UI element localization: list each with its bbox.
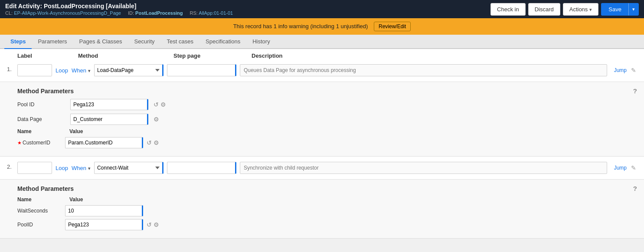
step-2-method-params: Method Parameters ? Name Value WaitSecon… — [0, 180, 644, 239]
step-1-when-link[interactable]: When — [72, 67, 86, 74]
step-2-label-input[interactable] — [17, 162, 52, 174]
step-1-number: 1. — [7, 64, 17, 72]
step-1-name-col-header: Name — [17, 128, 69, 134]
id-value: PostLoadProcessing — [135, 10, 183, 16]
main-content: Label Method Step page Description 1. Lo… — [0, 49, 644, 239]
step-1-customerid-name: ★ CustomerID — [17, 140, 65, 146]
step-2-edit-icon[interactable]: ✎ — [630, 164, 637, 171]
tab-history[interactable]: History — [246, 35, 276, 49]
step-1-desc-input[interactable] — [240, 64, 607, 76]
tab-bar: Steps Parameters Pages & Classes Securit… — [0, 35, 644, 49]
step-1-page-input[interactable] — [167, 64, 236, 76]
step-page-col-header: Step page — [173, 52, 243, 59]
step-1-value-col-header: Value — [69, 128, 83, 134]
step-2-controls: Loop When Connect-Wait Jump ✎ — [17, 162, 637, 174]
page-title: Edit Activity: PostLoadProcessing [Avail… — [5, 3, 233, 10]
step-1-pool-id-input[interactable] — [70, 99, 148, 110]
step-2-loop-link[interactable]: Loop — [56, 165, 68, 171]
header-right: Check in Discard Actions Save ▾ — [490, 3, 639, 16]
step-1-data-page-input[interactable] — [70, 114, 148, 125]
save-button[interactable]: Save — [601, 3, 628, 16]
cl-label: CL: EP-AllApp-Work-AsynchronousProcessin… — [5, 10, 121, 16]
step-1-required-star: ★ — [17, 140, 22, 146]
header: Edit Activity: PostLoadProcessing [Avail… — [0, 0, 644, 18]
step-2-row: 2. Loop When Connect-Wait Jump ✎ — [0, 157, 644, 180]
label-col-header: Label — [17, 52, 52, 59]
step-1-controls: Loop When Load-DataPage Jump ✎ — [17, 64, 637, 76]
step-1-customerid-gear-icon[interactable]: ⚙ — [154, 139, 159, 146]
rs-value: AllApp:01-01-01 — [199, 10, 233, 16]
step-1-customerid-row: ★ CustomerID ↺ ⚙ — [17, 137, 637, 148]
step-1-customerid-icons: ↺ ⚙ — [147, 139, 159, 146]
step-1-method-params: Method Parameters ? Pool ID ↺ ⚙ Data Pag… — [0, 82, 644, 157]
step-1-help-icon[interactable]: ? — [633, 87, 637, 95]
step-1-edit-icon[interactable]: ✎ — [630, 67, 637, 74]
save-group: Save ▾ — [601, 3, 639, 16]
step-1-data-page-icons: ⚙ — [154, 116, 159, 123]
step-1-pool-id-icons: ↺ ⚙ — [154, 101, 166, 108]
step-1-name-val-headers: Name Value — [17, 128, 637, 134]
warning-bar: This record has 1 info warning (includin… — [0, 18, 644, 35]
tab-pages-classes[interactable]: Pages & Classes — [73, 35, 128, 49]
save-dropdown-button[interactable]: ▾ — [628, 3, 639, 16]
step-2-method-params-title: Method Parameters — [17, 185, 74, 192]
description-col-header: Description — [252, 52, 637, 59]
step-1-label-input[interactable] — [17, 64, 52, 76]
step-1-jump-link[interactable]: Jump — [614, 67, 627, 73]
id-label: ID: PostLoadProcessing — [128, 10, 183, 16]
method-col-header: Method — [78, 52, 130, 59]
step-2-waitseconds-input[interactable] — [65, 205, 143, 216]
header-meta: CL: EP-AllApp-Work-AsynchronousProcessin… — [5, 10, 233, 16]
cl-value: EP-AllApp-Work-AsynchronousProcessingD_P… — [14, 10, 121, 16]
step-1-customerid-input[interactable] — [65, 137, 143, 148]
warning-text: This record has 1 info warning (includin… — [233, 23, 368, 29]
column-headers: Label Method Step page Description — [0, 49, 644, 59]
step-1-data-page-label: Data Page — [17, 116, 65, 122]
step-2-poolid-refresh-icon[interactable]: ↺ — [147, 221, 152, 228]
step-2-poolid-row: PoolID ↺ ⚙ — [17, 219, 637, 230]
step-2-desc-input[interactable] — [240, 162, 607, 174]
step-2-waitseconds-name: WaitSeconds — [17, 208, 65, 214]
actions-button[interactable]: Actions — [563, 3, 599, 16]
actions-chevron-icon — [589, 6, 592, 13]
step-2-poolid-icons: ↺ ⚙ — [147, 221, 159, 228]
tab-test-cases[interactable]: Test cases — [161, 35, 199, 49]
step-2-when-chevron-icon[interactable] — [88, 165, 91, 171]
step-2-poolid-input[interactable] — [65, 219, 143, 230]
tab-parameters[interactable]: Parameters — [32, 35, 73, 49]
checkin-button[interactable]: Check in — [490, 3, 526, 16]
tab-specifications[interactable]: Specifications — [199, 35, 246, 49]
header-left: Edit Activity: PostLoadProcessing [Avail… — [5, 3, 233, 16]
step-1-data-page-row: Data Page ⚙ — [17, 114, 637, 125]
step-2-waitseconds-row: WaitSeconds — [17, 205, 637, 216]
step-2-page-input[interactable] — [167, 162, 236, 174]
step-1-when-chevron-icon[interactable] — [88, 67, 91, 74]
rs-label: RS: AllApp:01-01-01 — [190, 10, 233, 16]
step-1-pool-id-label: Pool ID — [17, 101, 65, 108]
step-2-when-link[interactable]: When — [72, 165, 86, 171]
tab-steps[interactable]: Steps — [4, 35, 32, 49]
step-1-pool-id-gear-icon[interactable]: ⚙ — [160, 101, 166, 108]
step-1-pool-id-refresh-icon[interactable]: ↺ — [154, 101, 159, 108]
step-2-when-group: When — [72, 165, 91, 171]
discard-button[interactable]: Discard — [528, 3, 560, 16]
review-edit-button[interactable]: Review/Edit — [374, 22, 411, 31]
step-1-method-select[interactable]: Load-DataPage — [94, 64, 163, 76]
step-1-customerid-refresh-icon[interactable]: ↺ — [147, 139, 152, 146]
step-2-poolid-gear-icon[interactable]: ⚙ — [154, 221, 159, 228]
step-2-name-col-header: Name — [17, 196, 69, 203]
step-1-pool-id-row: Pool ID ↺ ⚙ — [17, 99, 637, 110]
step-2-jump-link[interactable]: Jump — [614, 165, 627, 171]
step-2-name-val-headers: Name Value — [17, 196, 637, 203]
step-1-loop-link[interactable]: Loop — [56, 67, 68, 74]
step-1-row: 1. Loop When Load-DataPage Jump ✎ — [0, 59, 644, 82]
step-1-when-group: When — [72, 67, 91, 74]
step-2-method-select[interactable]: Connect-Wait — [94, 162, 163, 174]
step-2-poolid-name: PoolID — [17, 222, 65, 228]
step-2-value-col-header: Value — [69, 196, 83, 203]
tab-security[interactable]: Security — [128, 35, 161, 49]
step-1-method-params-title: Method Parameters — [17, 88, 74, 95]
step-1-data-page-gear-icon[interactable]: ⚙ — [154, 116, 159, 123]
step-2-help-icon[interactable]: ? — [633, 185, 637, 192]
step-2-number: 2. — [7, 162, 17, 170]
